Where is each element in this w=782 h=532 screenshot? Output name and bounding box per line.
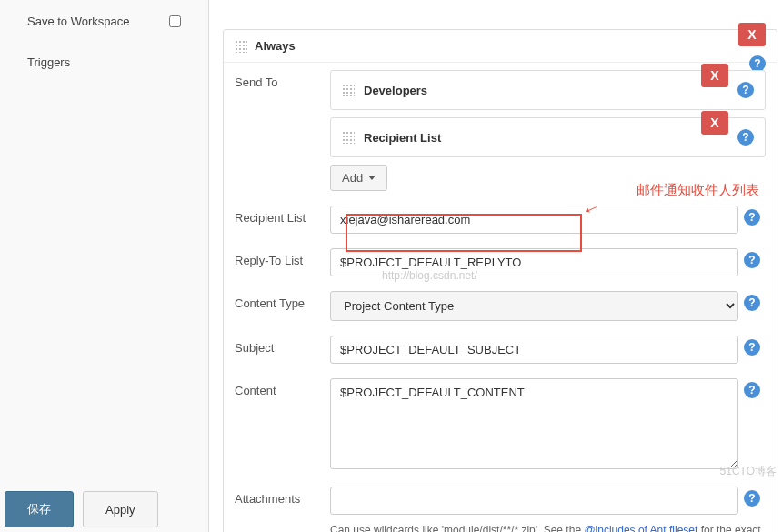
add-button[interactable]: Add (330, 165, 387, 191)
block-header: Always (224, 30, 777, 63)
field-label: Attachments (235, 487, 330, 506)
sidebar-item-save-workspace[interactable]: Save to Workspace (0, 9, 208, 34)
help-icon[interactable]: ? (744, 295, 760, 311)
help-icon[interactable]: ? (744, 209, 760, 226)
left-sidebar: Save to Workspace Triggers (0, 0, 209, 532)
developers-title: Developers (364, 84, 427, 97)
sidebar-item-triggers[interactable]: Triggers (0, 50, 208, 75)
recipient-list-input[interactable] (330, 206, 738, 234)
field-label: Recipient List (235, 206, 330, 225)
close-button[interactable]: X (701, 111, 728, 135)
attachments-hint: Can use wildcards like 'module/dist/**/*… (224, 522, 777, 532)
developers-block: X Developers ? (330, 70, 766, 110)
main-panel: X ? Always Send To X Developers ? X Reci… (223, 29, 777, 532)
field-label: Subject (235, 336, 330, 355)
subject-input[interactable] (330, 336, 738, 364)
drag-handle-icon[interactable] (342, 84, 355, 96)
content-type-select[interactable]: Project Content Type (330, 291, 738, 321)
drag-handle-icon[interactable] (342, 131, 355, 144)
help-icon[interactable]: ? (744, 490, 760, 507)
always-trigger-block: X ? Always Send To X Developers ? X Reci… (223, 29, 777, 532)
field-label: Reply-To List (235, 248, 330, 267)
bottom-buttons: 保存 Apply (5, 491, 158, 527)
content-row: Content $PROJECT_DEFAULT_CONTENT ? (224, 371, 777, 479)
recipient-list-title: Recipient List (364, 131, 441, 145)
field-label: Content (235, 378, 330, 397)
send-to-row: Send To X Developers ? X Recipient List … (224, 63, 777, 198)
close-button[interactable]: X (701, 64, 728, 87)
field-label: Content Type (235, 291, 330, 310)
help-icon[interactable]: ? (737, 82, 754, 98)
close-button[interactable]: X (738, 23, 766, 46)
attachments-input[interactable] (330, 487, 738, 515)
sidebar-label: Triggers (27, 55, 70, 69)
recipient-list-row: Recipient List ? (224, 198, 777, 241)
help-icon[interactable]: ? (744, 382, 760, 398)
block-title: Always (255, 39, 296, 53)
help-icon[interactable]: ? (744, 339, 760, 356)
save-button[interactable]: 保存 (5, 491, 74, 527)
sidebar-label: Save to Workspace (27, 15, 129, 28)
add-label: Add (342, 171, 363, 185)
recipient-list-block: X Recipient List ? (330, 117, 766, 157)
reply-to-input[interactable] (330, 248, 738, 276)
caret-down-icon (368, 176, 376, 180)
hint-link-includes[interactable]: @includes of Ant fileset (584, 524, 697, 532)
content-type-row: Content Type Project Content Type ? (224, 284, 777, 328)
help-icon[interactable]: ? (744, 252, 760, 268)
send-to-label: Send To (235, 70, 330, 89)
attachments-row: Attachments ? (224, 479, 777, 522)
apply-button[interactable]: Apply (83, 491, 158, 527)
content-textarea[interactable]: $PROJECT_DEFAULT_CONTENT (330, 378, 738, 469)
drag-handle-icon[interactable] (235, 40, 247, 53)
save-workspace-checkbox[interactable] (169, 15, 181, 27)
help-icon[interactable]: ? (737, 129, 754, 146)
reply-to-row: Reply-To List ? (224, 241, 777, 284)
subject-row: Subject ? (224, 328, 777, 371)
